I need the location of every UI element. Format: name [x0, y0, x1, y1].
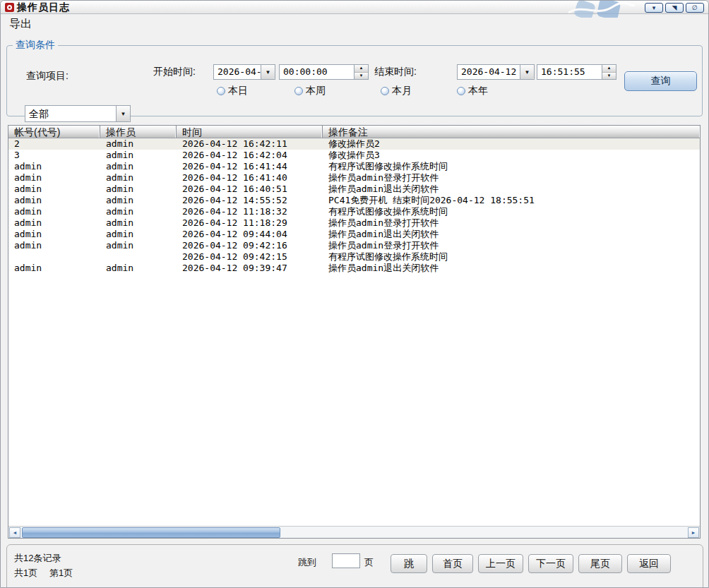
cell-account: admin: [8, 263, 100, 274]
query-item-dropdown-icon[interactable]: ▼: [116, 106, 130, 121]
start-time-value: 00:00:00: [280, 65, 354, 79]
cell-operator: admin: [100, 195, 177, 206]
current-page-label: 第1页: [49, 567, 73, 580]
column-header-remark[interactable]: 操作备注: [323, 126, 700, 138]
end-date-value: 2026-04-12: [458, 65, 520, 79]
table-row[interactable]: admin admin 2026-04-12 11:18:32 有程序试图修改操…: [8, 206, 700, 217]
cell-time: 2026-04-12 09:42:16: [177, 240, 323, 251]
start-date-dropdown-icon[interactable]: ▼: [261, 65, 275, 79]
table-row[interactable]: 3 admin 2026-04-12 16:42:04 修改操作员3: [8, 150, 700, 161]
cell-account: admin: [8, 217, 100, 229]
scroll-left-arrow-icon[interactable]: ◄: [9, 527, 20, 538]
cell-operator: admin: [100, 138, 177, 150]
cell-remark: 修改操作员3: [323, 150, 700, 161]
cell-time: 2026-04-12 16:41:40: [177, 172, 323, 184]
radio-this-week[interactable]: 本周: [294, 85, 326, 97]
cell-operator: admin: [100, 240, 177, 251]
jump-button[interactable]: 跳: [391, 554, 427, 573]
column-header-account[interactable]: 帐号(代号): [8, 126, 100, 138]
log-table: 帐号(代号) 操作员 时间 操作备注 2 admin 2026-04-12 16…: [8, 125, 701, 539]
end-time-spinner[interactable]: 16:51:55 ▲▼: [537, 64, 616, 80]
table-row[interactable]: admin admin 2026-04-12 16:41:40 操作员admin…: [8, 172, 700, 184]
window-controls: ▾ ◥ ∅: [645, 3, 704, 13]
query-item-select[interactable]: 全部 ▼: [25, 105, 131, 122]
end-date-dropdown-icon[interactable]: ▼: [520, 65, 534, 79]
cell-operator: admin: [100, 206, 177, 217]
column-header-operator[interactable]: 操作员: [100, 126, 177, 138]
query-item-select-value: 全部: [25, 106, 116, 121]
scroll-right-arrow-icon[interactable]: ►: [688, 527, 699, 538]
prev-page-button[interactable]: 上一页: [478, 554, 523, 573]
last-page-button[interactable]: 尾页: [578, 554, 622, 573]
app-icon: [5, 3, 14, 12]
title-bar: 操作员日志 ▾ ◥ ∅: [1, 1, 708, 14]
end-date-picker[interactable]: 2026-04-12 ▼: [457, 64, 535, 80]
close-button[interactable]: ∅: [686, 3, 704, 13]
cell-time: 2026-04-12 09:42:15: [177, 251, 323, 263]
cell-operator: admin: [100, 263, 177, 274]
table-row[interactable]: admin admin 2026-04-12 09:42:16 操作员admin…: [8, 240, 700, 251]
cell-account: 3: [8, 150, 100, 161]
table-row[interactable]: admin admin 2026-04-12 09:44:04 操作员admin…: [8, 229, 700, 240]
start-time-spinner[interactable]: 00:00:00 ▲▼: [279, 64, 369, 80]
table-row[interactable]: admin admin 2026-04-12 09:39:47 操作员admin…: [8, 263, 700, 274]
end-time-label: 结束时间:: [374, 66, 417, 78]
records-count-label: 共12条记录: [14, 552, 61, 565]
scrollbar-thumb[interactable]: [22, 527, 280, 538]
search-button[interactable]: 查询: [624, 71, 697, 91]
cell-account: admin: [8, 229, 100, 240]
window-title: 操作员日志: [17, 1, 70, 14]
cell-operator: [100, 251, 177, 263]
jump-to-label: 跳到: [298, 556, 316, 569]
cell-operator: admin: [100, 161, 177, 172]
query-group-title: 查询条件: [13, 39, 58, 52]
query-conditions-group: 查询条件 查询项目: 开始时间: 2026-04-12 ▼ 00:00:00 ▲…: [6, 39, 703, 116]
cell-account: admin: [8, 195, 100, 206]
cell-account: 2: [8, 138, 100, 150]
jump-page-input[interactable]: [332, 553, 360, 568]
cell-remark: 操作员admin登录打开软件: [323, 172, 700, 184]
start-date-value: 2026-04-12: [214, 65, 261, 79]
radio-this-month[interactable]: 本月: [381, 85, 412, 97]
table-row[interactable]: admin admin 2026-04-12 11:18:29 操作员admin…: [8, 217, 700, 229]
table-row[interactable]: admin admin 2026-04-12 16:40:51 操作员admin…: [8, 184, 700, 195]
minimize-button[interactable]: ▾: [645, 3, 663, 13]
pages-total-label: 共1页: [14, 567, 37, 580]
cell-remark: PC41免费开机 结束时间2026-04-12 18:55:51: [323, 195, 700, 206]
operator-log-window: 操作员日志 ▾ ◥ ∅ 导出 查询条件 查询项目: 开始时间: 2026-04-…: [0, 0, 709, 588]
page-suffix-label: 页: [364, 556, 374, 569]
back-button[interactable]: 返回: [627, 554, 671, 573]
cell-account: admin: [8, 184, 100, 195]
cell-time: 2026-04-12 11:18:29: [177, 217, 323, 229]
table-row[interactable]: admin admin 2026-04-12 14:55:52 PC41免费开机…: [8, 195, 700, 206]
cell-remark: 操作员admin退出关闭软件: [323, 184, 700, 195]
table-header-row: 帐号(代号) 操作员 时间 操作备注: [8, 126, 700, 138]
radio-week-circle-icon: [294, 87, 303, 95]
radio-month-circle-icon: [381, 87, 389, 95]
table-row[interactable]: 2 admin 2026-04-12 16:42:11 修改操作员2: [8, 138, 700, 150]
start-time-label: 开始时间:: [153, 66, 196, 78]
column-header-time[interactable]: 时间: [177, 126, 323, 138]
horizontal-scrollbar[interactable]: ◄ ►: [8, 526, 700, 538]
next-page-button[interactable]: 下一页: [528, 554, 573, 573]
cell-remark: 操作员admin登录打开软件: [323, 240, 700, 251]
cell-operator: admin: [100, 184, 177, 195]
end-time-spin-buttons[interactable]: ▲▼: [602, 65, 616, 79]
cell-operator: admin: [100, 217, 177, 229]
menu-export[interactable]: 导出: [9, 17, 32, 32]
table-row[interactable]: 2026-04-12 09:42:15 有程序试图修改操作系统时间: [8, 251, 700, 263]
start-date-picker[interactable]: 2026-04-12 ▼: [213, 64, 275, 80]
table-row[interactable]: admin admin 2026-04-12 16:41:44 有程序试图修改操…: [8, 161, 700, 172]
cell-remark: 修改操作员2: [323, 138, 700, 150]
cell-time: 2026-04-12 09:44:04: [177, 229, 323, 240]
cell-operator: admin: [100, 229, 177, 240]
maximize-button[interactable]: ◥: [665, 3, 684, 13]
cell-remark: 有程序试图修改操作系统时间: [323, 161, 700, 172]
logo-decoration-icon: [567, 1, 635, 20]
start-time-spin-buttons[interactable]: ▲▼: [354, 65, 368, 79]
radio-today[interactable]: 本日: [217, 85, 248, 97]
footer-panel: 共12条记录 共1页 第1页 跳到 页 跳 首页 上一页 下一页 尾页 返回: [6, 544, 703, 588]
cell-remark: 有程序试图修改操作系统时间: [323, 251, 700, 263]
first-page-button[interactable]: 首页: [432, 554, 473, 573]
radio-this-year[interactable]: 本年: [457, 85, 488, 97]
